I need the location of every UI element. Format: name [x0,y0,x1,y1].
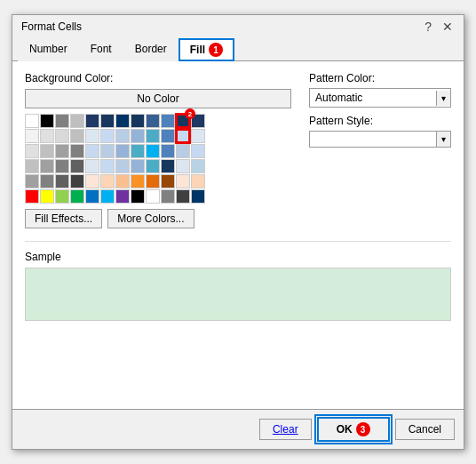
pattern-style-label: Pattern Style: [309,115,451,127]
color-swatch[interactable] [85,144,99,158]
tab-font[interactable]: Font [79,38,123,61]
color-swatch[interactable] [70,144,84,158]
color-swatch[interactable] [176,174,190,188]
color-swatch[interactable] [191,159,205,173]
title-bar-controls: ? ✕ [421,20,456,33]
color-swatch[interactable] [85,114,99,128]
color-swatch[interactable] [25,129,39,143]
color-swatch[interactable] [176,159,190,173]
help-button[interactable]: ? [421,20,435,33]
ok-label: OK [337,423,353,436]
color-swatch[interactable] [70,174,84,188]
color-swatch[interactable] [100,189,115,204]
tab-number[interactable]: Number [18,38,79,61]
color-swatch[interactable] [70,159,84,173]
color-swatch[interactable] [131,159,145,173]
pattern-style-dropdown[interactable]: ▾ [309,131,451,148]
color-swatch[interactable] [131,129,145,143]
clear-button[interactable]: Clear [259,419,312,440]
color-swatch[interactable] [40,174,54,188]
color-swatch[interactable] [70,189,84,204]
color-grid: 2 [25,114,291,204]
color-swatch[interactable] [146,114,160,128]
tab-fill[interactable]: Fill 1 [178,38,234,61]
color-swatch[interactable] [40,144,54,158]
color-swatch[interactable] [40,114,54,128]
color-swatch[interactable] [161,174,175,188]
color-row [25,189,291,204]
color-swatch[interactable] [161,189,175,204]
color-swatch[interactable] [25,144,39,158]
dialog-title: Format Cells [21,20,82,33]
color-row [25,159,291,173]
cancel-button[interactable]: Cancel [395,419,455,440]
color-swatch[interactable] [131,189,145,204]
color-swatch[interactable] [131,174,145,188]
color-swatch[interactable] [131,144,145,158]
color-swatch[interactable] [146,174,160,188]
color-swatch[interactable] [161,114,175,128]
color-swatch[interactable] [25,114,39,128]
color-swatch[interactable] [176,129,190,143]
color-swatch[interactable] [25,189,39,204]
color-swatch[interactable] [100,159,115,173]
pattern-style-arrow[interactable]: ▾ [436,132,450,147]
color-swatch[interactable] [100,129,115,143]
color-swatch[interactable] [115,114,130,128]
color-swatch[interactable] [85,189,99,204]
color-swatch[interactable]: 2 [176,114,190,128]
ok-button[interactable]: OK 3 [317,417,390,442]
color-swatch[interactable] [100,144,115,158]
tab-border[interactable]: Border [123,38,178,61]
color-swatch[interactable] [115,144,130,158]
color-swatch[interactable] [191,174,205,188]
fill-effects-button[interactable]: Fill Effects... [25,209,102,228]
color-swatch[interactable] [85,129,99,143]
color-swatch[interactable] [40,189,54,204]
bg-color-label: Background Color: [25,72,291,84]
color-swatch[interactable] [146,189,160,204]
color-swatch[interactable] [115,129,130,143]
color-swatch[interactable] [146,129,160,143]
left-column: Background Color: No Color 2 Fill Effect… [25,72,291,228]
color-swatch[interactable] [55,129,69,143]
more-colors-button[interactable]: More Colors... [107,209,194,228]
color-swatch[interactable] [40,159,54,173]
color-swatch[interactable] [85,174,99,188]
color-swatch[interactable] [85,159,99,173]
color-swatch[interactable] [25,159,39,173]
color-swatch[interactable] [146,144,160,158]
color-swatch[interactable] [161,144,175,158]
color-swatch[interactable] [55,144,69,158]
color-row: 2 [25,114,291,128]
pattern-color-arrow[interactable]: ▾ [436,91,450,106]
color-swatch[interactable] [115,189,130,204]
color-swatch[interactable] [70,129,84,143]
pattern-style-value [310,137,436,142]
close-button[interactable]: ✕ [439,20,456,33]
color-swatch[interactable] [176,144,190,158]
color-swatch[interactable] [191,189,205,204]
color-swatch[interactable] [40,129,54,143]
color-swatch[interactable] [100,114,115,128]
color-swatch[interactable] [55,189,69,204]
color-swatch[interactable] [115,174,130,188]
color-swatch[interactable] [176,189,190,204]
pattern-color-dropdown[interactable]: Automatic ▾ [309,88,451,108]
sample-section: Sample [25,241,451,321]
color-swatch[interactable] [161,129,175,143]
no-color-button[interactable]: No Color [25,89,291,108]
color-swatch[interactable] [146,159,160,173]
color-swatch[interactable] [115,159,130,173]
color-swatch[interactable] [191,129,205,143]
color-swatch[interactable] [25,174,39,188]
color-swatch[interactable] [131,114,145,128]
color-swatch[interactable] [55,114,69,128]
color-swatch[interactable] [55,159,69,173]
color-swatch[interactable] [55,174,69,188]
color-swatch[interactable] [70,114,84,128]
color-swatch[interactable] [161,159,175,173]
bottom-bar: Clear OK 3 Cancel [12,409,464,449]
color-swatch[interactable] [191,144,205,158]
color-swatch[interactable] [100,174,115,188]
